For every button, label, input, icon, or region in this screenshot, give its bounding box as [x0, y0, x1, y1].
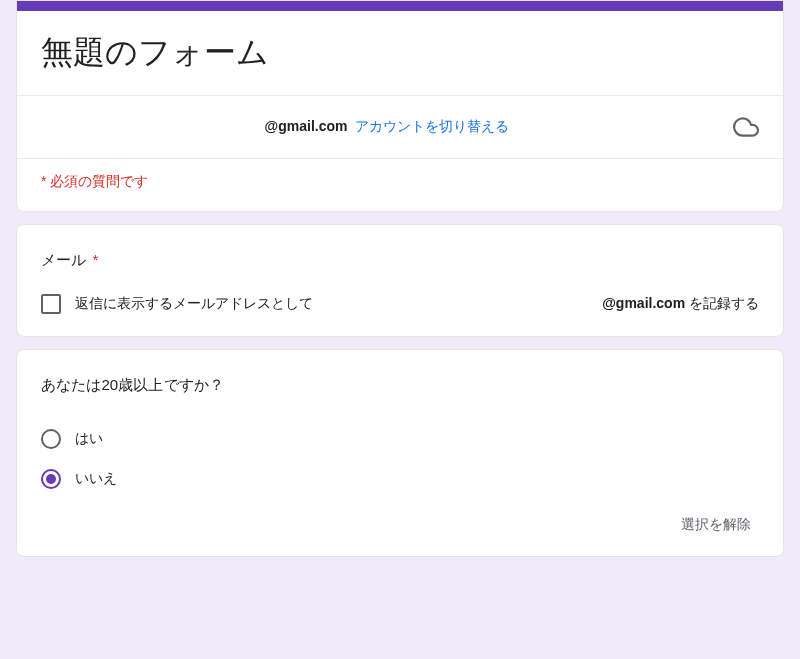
record-email-text: 返信に表示するメールアドレスとして @gmail.com を記録する — [75, 295, 759, 313]
required-asterisk: * — [93, 251, 99, 268]
record-email-checkbox[interactable] — [41, 294, 61, 314]
radio-no-label: いいえ — [75, 470, 117, 488]
account-row: @gmail.com アカウントを切り替える — [17, 96, 783, 158]
record-email-row[interactable]: 返信に表示するメールアドレスとして @gmail.com を記録する — [41, 294, 759, 314]
radio-option-yes[interactable]: はい — [41, 419, 759, 459]
form-header-card: 無題のフォーム @gmail.com アカウントを切り替える * 必須の質問です — [16, 0, 784, 212]
switch-account-link[interactable]: アカウントを切り替える — [355, 118, 509, 134]
radio-no[interactable] — [41, 469, 61, 489]
required-notice: * 必須の質問です — [17, 159, 783, 211]
record-email-domain: @gmail.com — [602, 295, 685, 311]
record-email-right-group: @gmail.com を記録する — [602, 295, 759, 313]
account-domain: @gmail.com — [265, 118, 348, 134]
header-accent-bar — [17, 1, 783, 11]
question-label-text: メール — [41, 251, 86, 268]
radio-option-no[interactable]: いいえ — [41, 459, 759, 499]
question-email-card: メール * 返信に表示するメールアドレスとして @gmail.com を記録する — [16, 224, 784, 337]
question-age-label: あなたは20歳以上ですか？ — [41, 376, 759, 395]
record-email-suffix: を記録する — [685, 295, 759, 311]
form-title: 無題のフォーム — [17, 11, 783, 95]
account-text: @gmail.com アカウントを切り替える — [41, 118, 733, 136]
radio-yes-label: はい — [75, 430, 103, 448]
question-email-label: メール * — [41, 251, 759, 270]
record-email-left: 返信に表示するメールアドレスとして — [75, 295, 313, 313]
clear-selection-row: 選択を解除 — [41, 515, 759, 534]
cloud-save-icon[interactable] — [733, 114, 759, 140]
clear-selection-button[interactable]: 選択を解除 — [673, 510, 759, 538]
question-age-card: あなたは20歳以上ですか？ はい いいえ 選択を解除 — [16, 349, 784, 557]
radio-yes[interactable] — [41, 429, 61, 449]
